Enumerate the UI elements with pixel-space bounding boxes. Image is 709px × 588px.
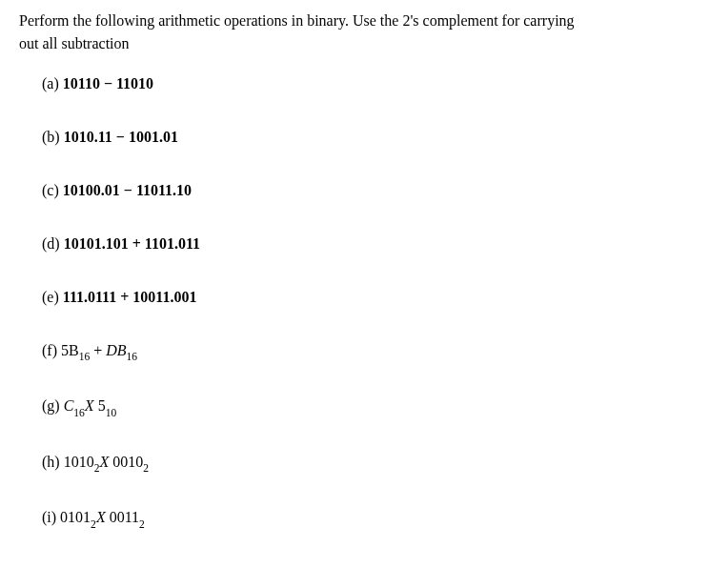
problem-i: (i) 01012X 00112 xyxy=(42,506,690,531)
term-1: 0101 xyxy=(60,509,91,525)
problem-expression: 01012X 00112 xyxy=(60,509,145,525)
subscript-1: 16 xyxy=(79,351,91,362)
problem-label: (c) xyxy=(42,182,63,198)
term-2: DB xyxy=(106,342,126,358)
problem-label: (b) xyxy=(42,129,64,145)
instructions-line-1: Perform the following arithmetic operati… xyxy=(19,10,690,32)
operator-plus: + xyxy=(90,342,106,358)
problem-h: (h) 10102X 00102 xyxy=(42,451,690,476)
subscript-1: 2 xyxy=(91,518,96,530)
instructions-line-2: out all subtraction xyxy=(19,32,690,55)
operator-times: X xyxy=(99,454,112,470)
subscript-2: 10 xyxy=(106,407,117,418)
problem-expression: 1010.11 − 1001.01 xyxy=(64,129,178,145)
problem-b: (b) 1010.11 − 1001.01 xyxy=(42,126,690,149)
problem-label: (e) xyxy=(42,289,63,305)
problem-label: (f) xyxy=(42,342,61,358)
term-2: 0011 xyxy=(110,509,139,525)
problem-expression: C16X 510 xyxy=(64,397,116,414)
term-2: 5 xyxy=(98,397,106,414)
problem-a: (a) 10110 − 11010 xyxy=(42,72,690,95)
operator-times: X xyxy=(96,509,110,525)
subscript-2: 2 xyxy=(139,518,145,530)
problem-label: (a) xyxy=(42,75,63,91)
problem-label: (d) xyxy=(42,235,64,252)
term-1: 1010 xyxy=(64,454,94,470)
term-1: 5B xyxy=(61,342,79,358)
problem-label: (h) xyxy=(42,454,64,470)
subscript-2: 2 xyxy=(143,462,149,474)
problem-expression: 10101.101 + 1101.011 xyxy=(64,235,200,252)
problem-expression: 111.0111 + 10011.001 xyxy=(63,289,197,305)
problem-label: (i) xyxy=(42,509,60,525)
problem-expression: 10102X 00102 xyxy=(64,454,149,470)
instructions: Perform the following arithmetic operati… xyxy=(19,10,690,55)
problem-f: (f) 5B16 + DB16 xyxy=(42,339,690,364)
problem-d: (d) 10101.101 + 1101.011 xyxy=(42,233,690,255)
problem-list: (a) 10110 − 11010 (b) 1010.11 − 1001.01 … xyxy=(19,72,690,532)
term-1: C xyxy=(64,397,74,414)
term-2: 0010 xyxy=(112,454,143,470)
operator-times: X xyxy=(85,397,98,414)
problem-e: (e) 111.0111 + 10011.001 xyxy=(42,286,690,309)
subscript-1: 16 xyxy=(73,407,85,418)
problem-g: (g) C16X 510 xyxy=(42,395,690,419)
problem-expression: 10110 − 11010 xyxy=(63,75,153,91)
subscript-1: 2 xyxy=(94,462,100,474)
problem-label: (g) xyxy=(42,397,64,414)
problem-c: (c) 10100.01 − 11011.10 xyxy=(42,179,690,202)
problem-expression: 10100.01 − 11011.10 xyxy=(63,182,192,198)
problem-expression: 5B16 + DB16 xyxy=(61,342,137,358)
subscript-2: 16 xyxy=(127,351,138,362)
